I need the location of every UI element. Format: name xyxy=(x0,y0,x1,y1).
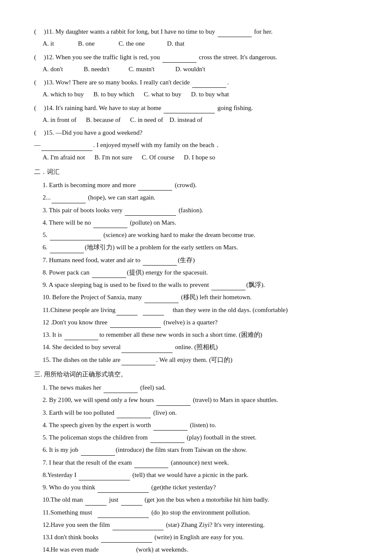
exam-content: ( )11. My daughter wants a rabbit for lo… xyxy=(34,26,358,555)
p3-q3: 3. Earth will be too polluted (live) on. xyxy=(34,407,358,418)
part2-title: 二．词汇 xyxy=(34,166,358,177)
p2-q1: 1. Earth is becoming more and more (crow… xyxy=(34,179,358,191)
p2-q5: 5. (science) are working hard to make th… xyxy=(34,229,358,240)
p2-q13: 13. It is to remember all these new word… xyxy=(34,329,358,340)
p3-q12: 12.Have you seen the film (star) Zhang Z… xyxy=(34,519,358,530)
p2-q15: 15. The dishes on the table are . We all… xyxy=(34,354,358,365)
q14-text: ( )14. It's raining hard. We have to sta… xyxy=(34,102,358,113)
p3-q7: 7. I hear that the result of the exam (a… xyxy=(34,457,358,468)
p3-q10: 10.The old man just (get )on the bus whe… xyxy=(34,494,358,505)
p3-q13: 13.I don't think books (write) in Englis… xyxy=(34,531,358,543)
q12-text: ( )12. When you see the traffic light is… xyxy=(34,51,358,63)
p3-q6: 6. It is my job (introduce) the film sta… xyxy=(34,444,358,455)
q15-options: A. I'm afraid not B. I'm not sure C. Of … xyxy=(34,152,358,163)
part2-section: 二．词汇 1. Earth is becoming more and more … xyxy=(34,166,358,365)
p2-q4: 4. There will be no (pollute) on Mars. xyxy=(34,217,358,228)
p3-q1: 1. The news makes her (feel) sad. xyxy=(34,382,358,393)
p2-q6: 6. (地球引力) will be a problem for the earl… xyxy=(34,241,358,253)
p3-q11: 11.Something must (do )to stop the envir… xyxy=(34,506,358,518)
q11-text: ( )11. My daughter wants a rabbit for lo… xyxy=(34,26,358,37)
p2-q9: 9. A space sleeping bag is used to be fi… xyxy=(34,279,358,290)
p2-q3: 3. This pair of boots looks very (fashio… xyxy=(34,204,358,216)
q14-options: A. in front of B. because of C. in need … xyxy=(34,114,358,125)
p2-q7: 7. Humans need food, water and air to (生… xyxy=(34,254,358,266)
part3-title: 三. 用所给动词的正确形式填空。 xyxy=(34,369,358,380)
p3-q5: 5. The policeman stops the children from… xyxy=(34,431,358,443)
p3-q4: 4. The speech given by the expert is wor… xyxy=(34,419,358,431)
p2-q2: 2... (hope), we can start again. xyxy=(34,191,358,203)
p3-q14: 14.He was even made (work) at weekends. xyxy=(34,543,358,555)
p2-q10: 10. Before the Project of Sanxia, many (… xyxy=(34,291,358,303)
q13-options: A. which to buy B. to buy which C. what … xyxy=(34,89,358,100)
part3-section: 三. 用所给动词的正确形式填空。 1. The news makes her (… xyxy=(34,369,358,555)
p2-q12: 12 .Don't you know three (twelve) is a q… xyxy=(34,316,358,328)
q12-options: A. don't B. needn't C. mustn't D. wouldn… xyxy=(34,64,358,75)
p3-q2: 2. By 2100, we will spend only a few hou… xyxy=(34,394,358,405)
p2-q11: 11.Chinese people are living than they w… xyxy=(34,304,358,315)
p3-q8: 8.Yesterday I (tell) that we would have … xyxy=(34,469,358,480)
q11-options: A. it B. one C. the one D. that xyxy=(34,38,358,49)
p2-q14: 14. She decided to buy several online. (… xyxy=(34,341,358,353)
part1-section: ( )11. My daughter wants a rabbit for lo… xyxy=(34,26,358,163)
p3-q9: 9. Who do you think (get)the ticket yest… xyxy=(34,481,358,493)
p2-q8: 8. Power pack can (提供) energy for the sp… xyxy=(34,266,358,278)
q15-text2: — . I enjoyed myself with my family on t… xyxy=(34,139,358,150)
q15-text1: ( )15. —Did you have a good weekend? xyxy=(34,127,358,138)
q13-text: ( )13. Wow! There are so many books. I r… xyxy=(34,76,358,88)
